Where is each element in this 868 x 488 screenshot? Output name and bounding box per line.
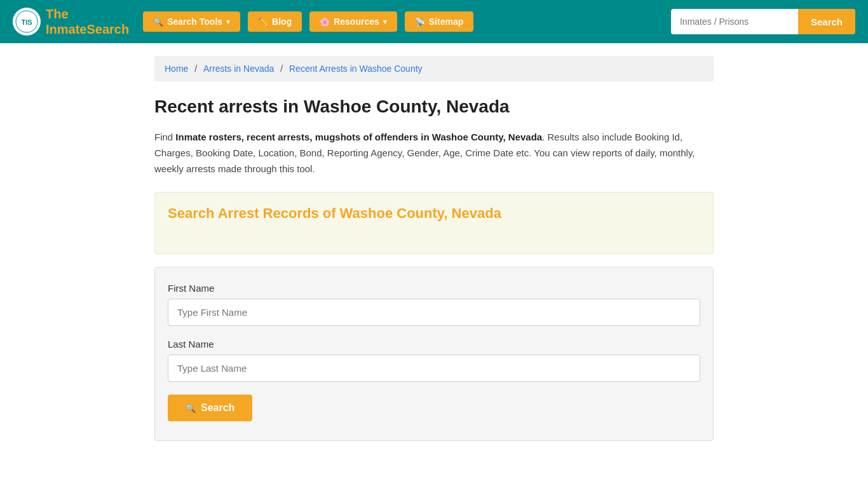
blog-icon — [258, 17, 268, 27]
sitemap-icon — [415, 17, 425, 27]
blog-label: Blog — [272, 17, 292, 27]
page-description: Find Inmate rosters, recent arrests, mug… — [154, 130, 714, 177]
nav-sitemap-button[interactable]: Sitemap — [405, 11, 473, 32]
logo-text: The InmateSearch — [46, 6, 129, 37]
svg-text:TIS: TIS — [21, 18, 32, 26]
search-tools-label: Search Tools — [167, 17, 222, 27]
nav-search-tools-button[interactable]: Search Tools ▾ — [143, 11, 240, 32]
search-submit-icon — [186, 402, 196, 414]
nav-blog-button[interactable]: Blog — [248, 11, 302, 32]
header-search-bar: Search — [671, 9, 855, 34]
breadcrumb-home[interactable]: Home — [165, 64, 188, 74]
search-form-container: First Name Last Name Search — [154, 267, 714, 441]
search-tools-icon — [153, 17, 163, 27]
main-content: Home / Arrests in Nevada / Recent Arrest… — [142, 43, 726, 466]
description-bold: Inmate rosters, recent arrests, mugshots… — [175, 132, 542, 142]
chevron-down-icon: ▾ — [226, 18, 230, 26]
search-section-title: Search Arrest Records of Washoe County, … — [168, 205, 700, 222]
page-title: Recent arrests in Washoe County, Nevada — [154, 97, 714, 117]
nav-resources-button[interactable]: Resources ▾ — [309, 11, 397, 32]
search-section: Search Arrest Records of Washoe County, … — [154, 192, 714, 254]
first-name-input[interactable] — [168, 299, 700, 326]
resources-icon — [320, 17, 330, 27]
breadcrumb-arrests-nevada[interactable]: Arrests in Nevada — [203, 64, 274, 74]
first-name-group: First Name — [168, 283, 700, 326]
description-find: Find — [154, 132, 175, 142]
last-name-input[interactable] — [168, 355, 700, 382]
last-name-group: Last Name — [168, 339, 700, 382]
search-submit-label: Search — [201, 402, 234, 414]
header-search-button[interactable]: Search — [798, 9, 855, 34]
breadcrumb-separator-2: / — [280, 64, 285, 74]
last-name-label: Last Name — [168, 339, 700, 349]
header-search-input[interactable] — [671, 9, 798, 34]
chevron-down-icon-resources: ▾ — [383, 18, 387, 26]
site-header: TIS The InmateSearch Search Tools ▾ Blog… — [0, 0, 868, 43]
breadcrumb: Home / Arrests in Nevada / Recent Arrest… — [154, 56, 714, 81]
logo-icon: TIS — [13, 8, 41, 36]
breadcrumb-current[interactable]: Recent Arrests in Washoe County — [289, 64, 423, 74]
resources-label: Resources — [334, 17, 379, 27]
breadcrumb-separator-1: / — [194, 64, 200, 74]
search-submit-button[interactable]: Search — [168, 395, 252, 421]
first-name-label: First Name — [168, 283, 700, 294]
site-logo[interactable]: TIS The InmateSearch — [13, 6, 129, 37]
sitemap-label: Sitemap — [429, 17, 463, 27]
